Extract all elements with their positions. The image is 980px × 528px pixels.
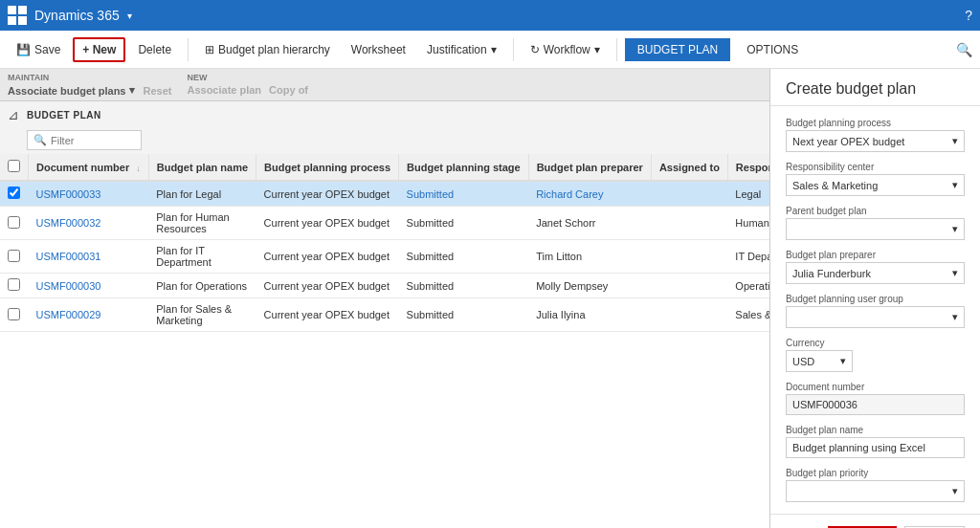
save-label: Save xyxy=(34,43,60,56)
th-budget-plan-preparer[interactable]: Budget plan preparer xyxy=(528,154,651,181)
responsibility-center-select[interactable]: Sales & Marketing ▾ xyxy=(786,174,965,196)
currency-select[interactable]: USD ▾ xyxy=(786,350,853,372)
th-budget-planning-stage[interactable]: Budget planning stage xyxy=(399,154,529,181)
budget-plan-priority-select[interactable]: ▾ xyxy=(786,480,965,502)
parent-budget-plan-field: Parent budget plan ▾ xyxy=(786,206,965,240)
document-number-input xyxy=(786,394,965,415)
new-section: NEW Associate plan Copy of xyxy=(187,73,308,97)
separator-1 xyxy=(188,38,189,61)
filter-input[interactable] xyxy=(51,135,127,146)
app-name: Dynamics 365 xyxy=(34,8,120,23)
th-select xyxy=(0,154,29,181)
budget-plan-hierarchy-label: Budget plan hierarchy xyxy=(218,43,330,56)
th-budget-plan-name[interactable]: Budget plan name xyxy=(148,154,256,181)
budget-planning-process-select[interactable]: Next year OPEX budget ▾ xyxy=(786,130,965,152)
filter-icon[interactable]: ⊿ xyxy=(8,107,19,122)
tab-budget-plan[interactable]: BUDGET PLAN xyxy=(625,38,730,61)
copy-of-label: Copy of xyxy=(269,84,308,96)
stage-cell: Submitted xyxy=(399,298,529,332)
document-number-cell[interactable]: USMF000031 xyxy=(29,240,149,274)
row-checkbox-cell xyxy=(0,274,29,298)
responsibility-cell: IT Department xyxy=(727,240,769,274)
tab-options[interactable]: OPTIONS xyxy=(734,38,811,61)
panel-title: Create budget plan xyxy=(770,69,980,106)
th-assigned-to[interactable]: Assigned to xyxy=(651,154,727,181)
responsibility-cell: Sales & Marketing xyxy=(727,298,769,332)
row-checkbox-cell xyxy=(0,181,29,207)
workflow-icon: ↻ xyxy=(530,43,540,56)
budget-plan-preparer-select[interactable]: Julia Funderburk ▾ xyxy=(786,262,965,284)
reset-label: Reset xyxy=(143,85,171,97)
copy-of-button[interactable]: Copy of xyxy=(269,84,308,96)
stage-cell: Submitted xyxy=(399,207,529,240)
worksheet-button[interactable]: Worksheet xyxy=(343,38,414,61)
currency-chevron-icon: ▾ xyxy=(840,355,846,367)
budget-plan-hierarchy-button[interactable]: ⊞ Budget plan hierarchy xyxy=(196,38,339,61)
maintain-section: MAINTAIN Associate budget plans ▾ Reset xyxy=(8,73,171,97)
th-responsibility-center[interactable]: Responsibility center xyxy=(727,154,769,181)
document-number-cell[interactable]: USMF000032 xyxy=(29,207,149,240)
justification-chevron-icon: ▾ xyxy=(491,43,497,56)
associate-chevron-icon: ▾ xyxy=(129,84,135,97)
budget-plan-name-cell: Plan for Operations xyxy=(148,274,256,298)
filter-search-icon: 🔍 xyxy=(33,134,47,146)
budget-planning-process-chevron-icon: ▾ xyxy=(952,135,958,147)
stage-cell: Submitted xyxy=(399,240,529,274)
worksheet-label: Worksheet xyxy=(351,43,406,56)
help-icon[interactable]: ? xyxy=(965,8,972,23)
budget-planning-user-group-chevron-icon: ▾ xyxy=(952,311,958,323)
row-checkbox[interactable] xyxy=(8,187,20,199)
assigned-to-cell xyxy=(651,274,727,298)
preparer-cell: Julia Ilyina xyxy=(528,298,651,332)
workflow-chevron-icon: ▾ xyxy=(594,43,600,56)
budget-plan-name-cell: Plan for Legal xyxy=(148,181,256,207)
table-row[interactable]: USMF000030 Plan for Operations Current y… xyxy=(0,274,769,298)
row-checkbox[interactable] xyxy=(8,250,20,262)
budget-planning-user-group-select[interactable]: ▾ xyxy=(786,306,965,328)
table-row[interactable]: USMF000033 Plan for Legal Current year O… xyxy=(0,181,769,207)
document-number-label: Document number xyxy=(786,382,965,392)
row-checkbox[interactable] xyxy=(8,216,20,229)
panel-footer: Create Cancel xyxy=(770,514,980,528)
budget-plan-name-input[interactable] xyxy=(786,437,965,458)
process-cell: Current year OPEX budget xyxy=(256,240,399,274)
workflow-button[interactable]: ↻ Workflow ▾ xyxy=(522,38,609,61)
delete-button[interactable]: Delete xyxy=(129,38,180,61)
th-document-number[interactable]: Document number ↓ xyxy=(29,154,149,181)
currency-label: Currency xyxy=(786,338,965,348)
save-button[interactable]: 💾 Save xyxy=(8,38,69,61)
preparer-cell: Janet Schorr xyxy=(528,207,651,240)
preparer-cell: Tim Litton xyxy=(528,240,651,274)
justification-button[interactable]: Justification ▾ xyxy=(418,38,505,61)
parent-budget-plan-select[interactable]: ▾ xyxy=(786,218,965,240)
select-all-checkbox[interactable] xyxy=(8,160,20,172)
table-row[interactable]: USMF000032 Plan for Human Resources Curr… xyxy=(0,207,769,240)
filter-input-wrapper[interactable]: 🔍 xyxy=(27,130,142,150)
table-row[interactable]: USMF000029 Plan for Sales & Marketing Cu… xyxy=(0,298,769,332)
row-checkbox[interactable] xyxy=(8,308,20,320)
budget-plan-preparer-value: Julia Funderburk xyxy=(792,268,871,279)
associate-label: Associate budget plans xyxy=(8,85,125,97)
associate-plan-label: Associate plan xyxy=(187,84,261,96)
reset-button[interactable]: Reset xyxy=(143,84,171,97)
app-icon[interactable] xyxy=(8,6,27,25)
responsibility-cell: Legal xyxy=(727,181,769,207)
assigned-to-cell xyxy=(651,240,727,274)
document-number-cell[interactable]: USMF000033 xyxy=(29,181,149,207)
new-button[interactable]: + New xyxy=(73,37,125,62)
tab-budget-plan-label: BUDGET PLAN xyxy=(637,43,718,56)
budget-planning-user-group-field: Budget planning user group ▾ xyxy=(786,294,965,328)
process-cell: Current year OPEX budget xyxy=(256,298,399,332)
document-number-cell[interactable]: USMF000030 xyxy=(29,274,149,298)
assigned-to-cell xyxy=(651,298,727,332)
document-number-cell[interactable]: USMF000029 xyxy=(29,298,149,332)
justification-label: Justification xyxy=(427,43,487,56)
th-budget-planning-process[interactable]: Budget planning process xyxy=(256,154,399,181)
search-button[interactable]: 🔍 xyxy=(956,42,972,57)
row-checkbox-cell xyxy=(0,298,29,332)
associate-plan-button[interactable]: Associate plan xyxy=(187,84,261,96)
table-row[interactable]: USMF000031 Plan for IT Department Curren… xyxy=(0,240,769,274)
associate-button[interactable]: Associate budget plans ▾ xyxy=(8,84,135,97)
row-checkbox[interactable] xyxy=(8,278,20,291)
app-chevron-icon[interactable]: ▾ xyxy=(127,11,132,21)
